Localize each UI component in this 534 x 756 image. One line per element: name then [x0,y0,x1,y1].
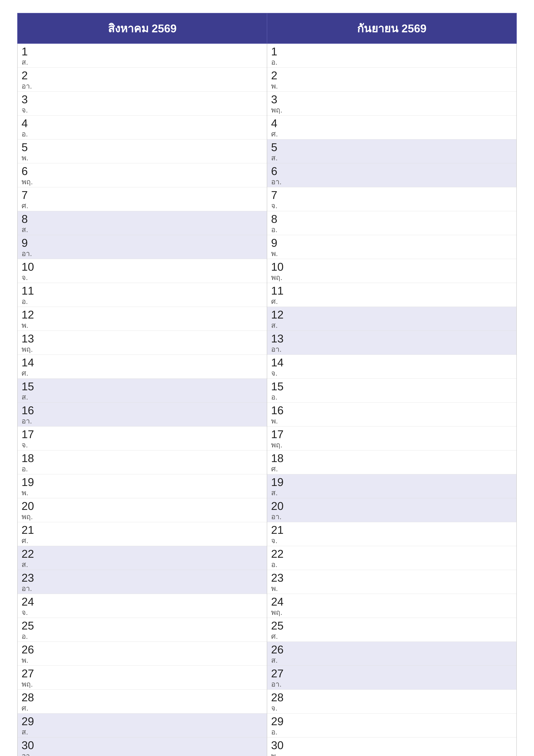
august-day-cell: 27พฤ. [17,665,267,689]
day-number: 10 [21,261,263,273]
day-name: พฤ. [21,680,263,688]
day-number: 6 [271,165,513,177]
day-name: พ. [271,249,513,258]
day-row: 13พฤ.13อา. [17,331,517,355]
day-number: 23 [21,572,263,584]
day-name: ส. [21,728,263,736]
day-name: พฤ. [21,512,263,521]
september-header: กันยายน 2569 [267,13,517,43]
august-day-cell: 21ศ. [17,522,267,546]
day-row: 7ศ.7จ. [17,187,517,211]
day-row: 4อ.4ศ. [17,115,517,139]
day-number: 12 [271,309,513,321]
september-day-cell: 17พฤ. [267,426,517,450]
day-number: 14 [271,357,513,369]
day-name: ส. [21,225,263,234]
day-number: 1 [21,45,263,58]
august-day-cell: 2อา. [17,68,267,92]
day-number: 5 [271,141,513,153]
day-number: 3 [271,93,513,106]
day-row: 11อ.11ศ. [17,283,517,307]
day-name: อา. [271,345,513,354]
day-number: 27 [21,667,263,680]
day-row: 10จ.10พฤ. [17,259,517,283]
day-number: 8 [21,213,263,225]
august-day-cell: 16อา. [17,402,267,426]
day-number: 25 [21,620,263,632]
day-number: 3 [21,93,263,106]
september-day-cell: 13อา. [267,331,517,355]
day-number: 4 [21,117,263,129]
september-day-cell: 18ศ. [267,450,517,474]
day-number: 27 [271,667,513,680]
day-name: ศ. [21,536,263,545]
august-day-cell: 19พ. [17,474,267,498]
day-name: อ. [271,225,513,234]
day-number: 10 [271,261,513,273]
day-number: 1 [271,45,513,58]
day-number: 18 [271,452,513,464]
day-number: 25 [271,620,513,632]
day-name: พ. [21,153,263,162]
day-number: 7 [271,189,513,201]
day-row: 23อา.23พ. [17,570,517,594]
august-day-cell: 15ส. [17,378,267,402]
september-day-cell: 29อ. [267,713,517,737]
day-number: 4 [271,117,513,129]
day-number: 15 [271,380,513,393]
day-number: 2 [271,69,513,82]
day-number: 2 [21,69,263,82]
day-number: 16 [271,404,513,417]
day-number: 28 [271,691,513,704]
day-name: อา. [271,512,513,521]
day-row: 5พ.5ส. [17,139,517,163]
day-row: 19พ.19ส. [17,474,517,498]
day-number: 9 [271,237,513,249]
day-number: 22 [271,548,513,560]
day-row: 25อ.25ศ. [17,618,517,641]
day-row: 14ศ.14จ. [17,355,517,378]
day-number: 29 [271,715,513,728]
day-row: 28ศ.28จ. [17,689,517,713]
day-number: 13 [21,333,263,345]
august-day-cell: 28ศ. [17,689,267,713]
day-number: 30 [271,739,513,751]
day-number: 14 [21,357,263,369]
day-number: 17 [21,428,263,441]
day-number: 24 [21,596,263,608]
day-name: อา. [271,177,513,186]
september-day-cell: 9พ. [267,235,517,259]
august-day-cell: 12พ. [17,307,267,331]
day-name: พฤ. [21,177,263,186]
day-number: 17 [271,428,513,441]
day-row: 27พฤ.27อา. [17,665,517,689]
header-row: สิงหาคม 2569 กันยายน 2569 [17,13,517,43]
day-name: จ. [21,273,263,282]
day-name: อา. [21,584,263,593]
day-name: ศ. [21,369,263,378]
day-row: 21ศ.21จ. [17,522,517,546]
september-day-cell: 6อา. [267,163,517,187]
day-number: 6 [21,165,263,177]
september-day-cell: 22อ. [267,546,517,570]
day-name: ศ. [271,464,513,473]
day-number: 19 [271,476,513,488]
calendar-page: สิงหาคม 2569 กันยายน 2569 1ส.1อ.2อา.2พ.3… [0,0,534,756]
september-day-cell: 1อ. [267,43,517,68]
day-name: ศ. [21,704,263,713]
august-day-cell: 6พฤ. [17,163,267,187]
day-name: พ. [21,321,263,330]
day-name: อ. [271,560,513,569]
day-number: 7 [21,189,263,201]
september-day-cell: 30พ. [267,737,517,756]
day-number: 9 [21,237,263,249]
day-name: ศ. [271,129,513,138]
day-name: จ. [271,536,513,545]
calendar-table: สิงหาคม 2569 กันยายน 2569 1ส.1อ.2อา.2พ.3… [17,13,517,756]
day-name: จ. [21,608,263,617]
day-name: ศ. [271,632,513,641]
september-day-cell: 3พฤ. [267,92,517,115]
day-number: 15 [21,380,263,393]
september-day-cell: 24พฤ. [267,594,517,618]
august-day-cell: 18อ. [17,450,267,474]
